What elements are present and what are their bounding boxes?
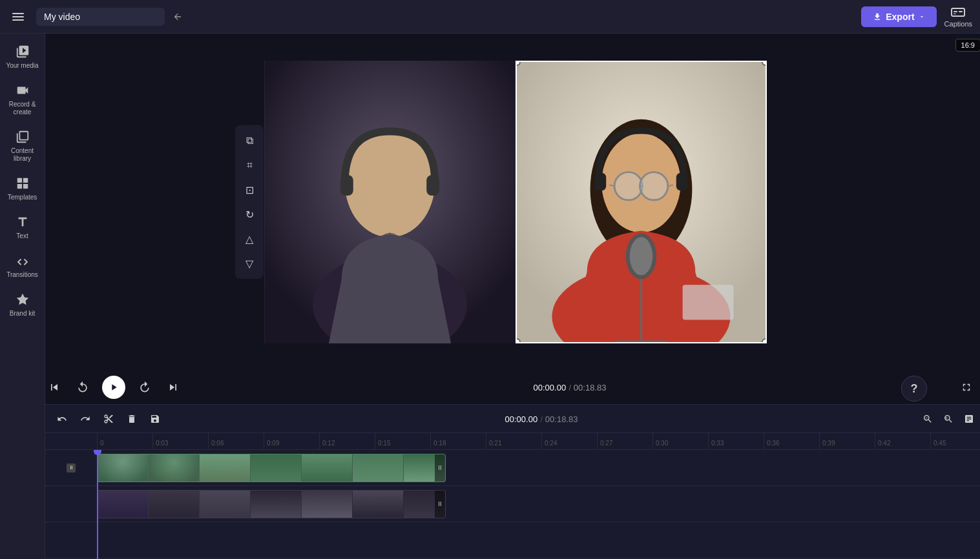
record-create-icon	[15, 83, 30, 98]
save-to-disk-button[interactable]	[146, 410, 164, 428]
sidebar-item-transitions[interactable]: Transitions	[3, 248, 43, 284]
forward-5-button[interactable]	[136, 378, 154, 396]
canvas-left-toolbar: ⧉ ⌗ ⊡ ↻ △ ▽	[235, 125, 264, 279]
content-library-icon	[15, 129, 30, 145]
skip-forward-button[interactable]	[164, 378, 182, 396]
playhead[interactable]	[97, 450, 98, 559]
menu-button[interactable]	[8, 6, 28, 27]
timeline-area: 00:00.00 / 00:18.83	[45, 404, 980, 559]
undo-button[interactable]	[53, 410, 71, 428]
sidebar-item-record-create[interactable]: Record & create	[3, 77, 43, 121]
selection-handle-br[interactable]	[762, 338, 767, 343]
video-canvas: 16:9 ⧉ ⌗ ⊡ ↻ △ ▽	[45, 34, 980, 371]
play-button[interactable]	[102, 376, 125, 399]
clip-thumb-2-4	[251, 491, 301, 518]
help-icon: ?	[911, 382, 918, 396]
clip-thumb-1-1	[98, 454, 148, 482]
svg-point-23	[640, 172, 668, 200]
clip-thumb-2-1	[98, 491, 148, 518]
clip2-end-marker: ⏸	[435, 491, 445, 518]
main-area: Your media Record & create Content libra…	[0, 34, 980, 559]
track-row-1: ⏸	[45, 450, 980, 486]
help-button[interactable]: ?	[901, 376, 927, 401]
ruler-mark-7: 0:21	[486, 433, 541, 449]
rotate-button[interactable]: ↻	[238, 203, 261, 226]
svg-rect-3	[952, 8, 964, 16]
track-1-pause-icon[interactable]: ⏸	[67, 463, 76, 473]
svg-rect-2	[12, 19, 24, 21]
timeline-tracks: ⏸	[45, 450, 980, 559]
sidebar-item-brand-kit[interactable]: Brand kit	[3, 287, 43, 323]
ruler-mark-8: 0:24	[541, 433, 597, 449]
clip-thumb-2-6	[353, 491, 403, 518]
sidebar-item-your-media[interactable]: Your media	[3, 39, 43, 75]
delete-button[interactable]	[123, 410, 141, 428]
track-row-3	[45, 522, 980, 558]
transitions-icon	[15, 253, 30, 269]
svg-rect-11	[426, 175, 439, 196]
timeline-toolbar: 00:00.00 / 00:18.83	[45, 405, 980, 433]
pip-button[interactable]: ⧉	[238, 129, 261, 152]
redo-button[interactable]	[76, 410, 94, 428]
ruler-mark-14: 0:42	[875, 433, 930, 449]
sidebar-item-templates[interactable]: Templates	[3, 170, 43, 207]
fit-timeline-button[interactable]	[960, 410, 978, 428]
cut-button[interactable]	[99, 410, 118, 428]
svg-point-22	[614, 172, 642, 200]
sidebar-item-content-library[interactable]: Content library	[3, 124, 43, 168]
save-indicator	[172, 12, 183, 22]
svg-rect-0	[12, 13, 24, 14]
ruler-mark-12: 0:36	[764, 433, 819, 449]
timeline-total-time: 00:18.83	[545, 414, 578, 424]
clip-thumb-1-4	[251, 454, 301, 482]
fullscreen-button[interactable]	[957, 378, 975, 396]
center-area: 16:9 ⧉ ⌗ ⊡ ↻ △ ▽	[45, 34, 980, 559]
zoom-out-button[interactable]	[919, 410, 937, 428]
time-separator: /	[569, 383, 574, 392]
track-clip-2[interactable]: ⏸	[97, 490, 446, 518]
ruler-mark-6: 0:18	[430, 433, 486, 449]
video-panel-right-inner	[517, 62, 766, 342]
topbar: Export Captions	[0, 0, 980, 34]
svg-rect-6	[959, 11, 963, 12]
svg-rect-27	[594, 173, 606, 191]
svg-rect-5	[954, 14, 956, 14]
sidebar-item-text[interactable]: Text	[3, 209, 43, 245]
total-time: 00:18.83	[574, 383, 607, 392]
zoom-controls	[919, 410, 978, 428]
flip-h-button[interactable]: △	[238, 227, 261, 250]
video-panel-left[interactable]	[264, 61, 516, 343]
ruler-mark-1: 0:03	[152, 433, 208, 449]
video-split	[264, 60, 767, 344]
rewind-5-button[interactable]	[74, 378, 92, 396]
video-title-input[interactable]	[36, 8, 165, 26]
svg-rect-33	[683, 285, 734, 320]
video-panel-right[interactable]	[516, 61, 767, 343]
playback-controls: 00:00.00 / 00:18.83	[45, 371, 980, 404]
clip-thumb-1-6	[353, 454, 403, 482]
svg-rect-28	[676, 173, 688, 191]
timeline-current-time: 00:00.00	[505, 414, 538, 424]
ruler-mark-0: 0	[97, 433, 152, 449]
clip-thumb-2-5	[302, 491, 352, 518]
flip-v-button[interactable]: ▽	[238, 252, 261, 275]
text-icon	[15, 214, 30, 230]
clip-thumb-1-2	[149, 454, 199, 482]
captions-button[interactable]: Captions	[944, 6, 972, 28]
left-sidebar: Your media Record & create Content libra…	[0, 34, 45, 559]
crop-button[interactable]: ⌗	[238, 154, 261, 177]
ruler-mark-9: 0:27	[597, 433, 652, 449]
brand-kit-icon	[15, 292, 30, 307]
zoom-in-button[interactable]	[939, 410, 957, 428]
aspect-ratio-label: 16:9	[955, 39, 980, 52]
ruler-mark-3: 0:09	[264, 433, 319, 449]
track-row-2: ⏸	[45, 486, 980, 522]
clone-button[interactable]: ⊡	[238, 178, 261, 201]
export-button[interactable]: Export	[861, 6, 936, 27]
track-clip-1[interactable]: ⏸	[97, 454, 446, 482]
canvas-container: ⧉ ⌗ ⊡ ↻ △ ▽	[264, 60, 767, 344]
ruler-mark-11: 0:33	[708, 433, 764, 449]
your-media-icon	[15, 44, 30, 59]
ruler-mark-4: 0:12	[319, 433, 375, 449]
skip-back-button[interactable]	[45, 378, 63, 396]
